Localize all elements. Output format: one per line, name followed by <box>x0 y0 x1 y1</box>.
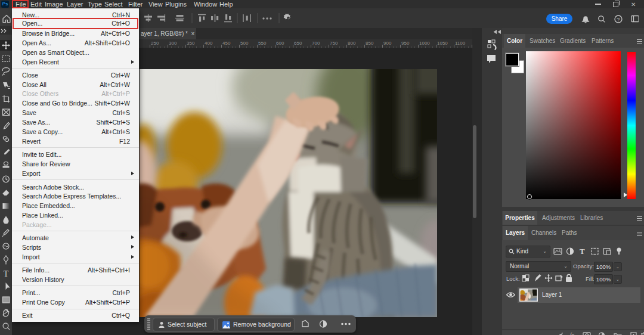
svg-text:?: ? <box>617 17 620 23</box>
svg-text:fx: fx <box>570 332 575 335</box>
svg-text:T: T <box>4 269 9 278</box>
svg-text:T: T <box>580 247 585 256</box>
